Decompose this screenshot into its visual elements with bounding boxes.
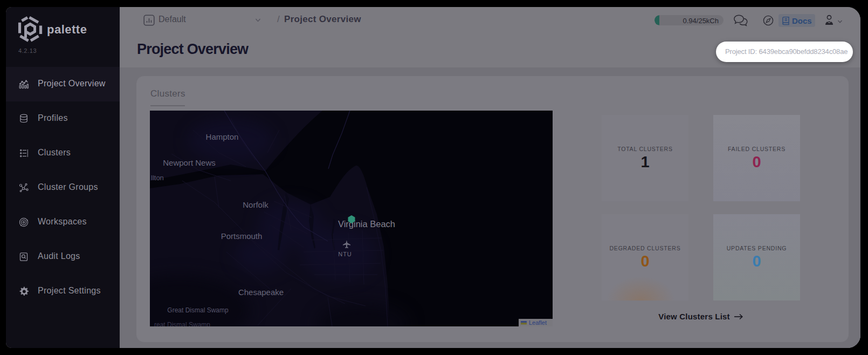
svg-text:llton: llton bbox=[151, 174, 164, 182]
svg-text:Hampton: Hampton bbox=[206, 132, 239, 141]
svg-text:Great Dismal Swamp: Great Dismal Swamp bbox=[167, 306, 229, 314]
svg-text:Chesapeake: Chesapeake bbox=[238, 288, 284, 297]
svg-text:Newport News: Newport News bbox=[163, 158, 216, 167]
svg-text:Virginia Beach: Virginia Beach bbox=[338, 219, 395, 229]
svg-text:NTU: NTU bbox=[338, 251, 352, 257]
svg-text:Leaflet: Leaflet bbox=[529, 319, 547, 326]
svg-text:reat Dismal Swamp: reat Dismal Swamp bbox=[154, 321, 210, 326]
svg-text:Portsmouth: Portsmouth bbox=[221, 231, 263, 241]
svg-text:Norfolk: Norfolk bbox=[243, 200, 268, 209]
